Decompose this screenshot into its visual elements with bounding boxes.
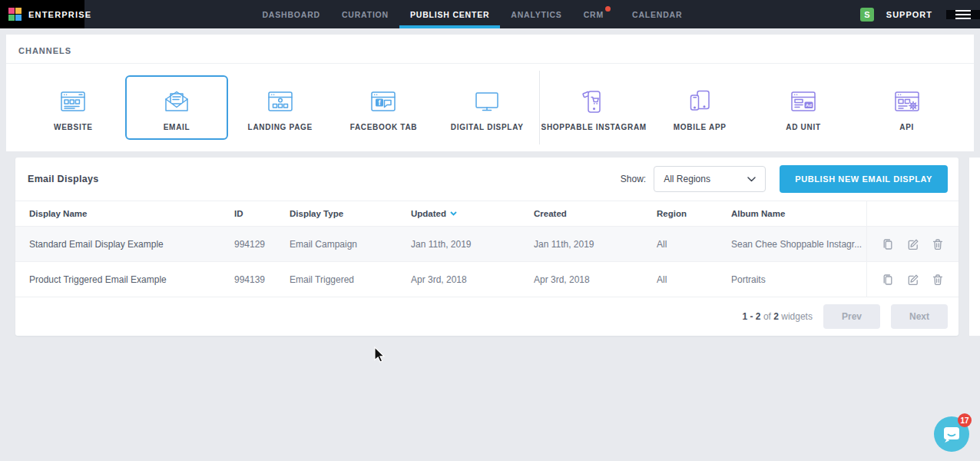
brand-logo[interactable]: ENTERPRISE [0, 0, 84, 28]
cell-display-type: Email Campaign [290, 239, 411, 250]
cell-created: Apr 3rd, 2018 [534, 274, 657, 285]
cell-region: All [657, 239, 731, 250]
duplicate-icon[interactable] [881, 273, 895, 287]
cell-display-name: Product Triggered Email Example [15, 274, 234, 285]
svg-text:Ad: Ad [806, 102, 812, 107]
mobile-app-icon [683, 85, 717, 118]
pagination-summary: 1 - 2 of 2 widgets [743, 311, 813, 322]
chat-launcher[interactable]: 17 [934, 416, 969, 452]
nav-item-curation[interactable]: CURATION [331, 0, 399, 28]
column-header-updated[interactable]: Updated [411, 209, 534, 218]
sort-desc-icon [450, 211, 457, 216]
mouse-cursor [371, 346, 386, 363]
duplicate-icon[interactable] [881, 237, 895, 251]
landing-page-icon [263, 85, 297, 118]
email-displays-panel: Email Displays Show: All Regions PUBLISH… [15, 158, 958, 336]
edit-icon[interactable] [906, 273, 920, 287]
show-label: Show: [621, 174, 646, 184]
digital-display-icon [470, 85, 504, 118]
channels-title: CHANNELS [6, 35, 974, 64]
nav-item-crm[interactable]: CRM [573, 0, 621, 28]
delete-icon[interactable] [931, 273, 945, 287]
user-avatar[interactable]: S [860, 8, 874, 22]
row-actions [866, 227, 958, 261]
cell-album-name: Portraits [731, 274, 866, 285]
nav-item-analytics[interactable]: ANALYTICS [500, 0, 572, 28]
channel-api[interactable]: API [855, 75, 958, 140]
channel-mobile-app[interactable]: MOBILE APP [648, 75, 752, 140]
cell-created: Jan 11th, 2019 [534, 239, 657, 250]
channels-row: WEBSITE EMAIL LANDING PAGE [6, 64, 974, 144]
cell-display-type: Email Triggered [290, 274, 411, 285]
hamburger-menu-icon[interactable] [946, 10, 980, 19]
api-icon [890, 85, 924, 118]
channels-panel: CHANNELS WEBSITE EMAIL [6, 35, 974, 151]
region-filter-value: All Regions [664, 174, 710, 184]
brand-name: ENTERPRISE [28, 10, 91, 19]
column-header-album-name: Album Name [731, 209, 866, 218]
table-row: Standard Email Display Example 994129 Em… [15, 227, 958, 262]
nav-right-group: S SUPPORT [860, 0, 980, 28]
top-nav: ENTERPRISE DASHBOARD CURATION PUBLISH CE… [0, 0, 980, 28]
ad-unit-icon: Ad [786, 85, 820, 118]
channel-facebook-tab[interactable]: f FACEBOOK TAB [332, 75, 435, 140]
crm-notification-dot [605, 6, 611, 12]
panel-title: Email Displays [28, 174, 98, 184]
edit-icon[interactable] [906, 237, 920, 251]
logo-tiles-icon [8, 8, 22, 21]
column-header-actions [866, 201, 958, 226]
cell-updated: Jan 11th, 2019 [411, 239, 534, 250]
support-link[interactable]: SUPPORT [886, 10, 932, 19]
channel-email[interactable]: EMAIL [125, 75, 229, 140]
email-icon [160, 85, 194, 118]
cell-updated: Apr 3rd, 2018 [411, 274, 534, 285]
nav-item-dashboard[interactable]: DASHBOARD [251, 0, 330, 28]
channel-website[interactable]: WEBSITE [22, 75, 125, 140]
row-actions [866, 262, 958, 297]
table-row: Product Triggered Email Example 994139 E… [15, 262, 958, 297]
nav-menu: DASHBOARD CURATION PUBLISH CENTER ANALYT… [84, 0, 860, 28]
panel-header-controls: Show: All Regions PUBLISH NEW EMAIL DISP… [621, 165, 948, 193]
channel-ad-unit[interactable]: Ad AD UNIT [752, 75, 856, 140]
table-header-row: Display Name ID Display Type Updated Cre… [15, 201, 958, 227]
region-filter-select[interactable]: All Regions [654, 166, 766, 192]
cell-display-name: Standard Email Display Example [15, 239, 234, 250]
channel-shoppable-instagram[interactable]: SHOPPABLE INSTAGRAM [540, 75, 648, 140]
nav-item-publish-center[interactable]: PUBLISH CENTER [399, 0, 500, 28]
next-page-button[interactable]: Next [891, 304, 948, 329]
prev-page-button[interactable]: Prev [823, 304, 880, 329]
column-header-region: Region [657, 209, 731, 218]
panel-header: Email Displays Show: All Regions PUBLISH… [15, 158, 958, 201]
cell-id: 994129 [234, 239, 290, 250]
column-header-created: Created [534, 209, 657, 218]
channel-landing-page[interactable]: LANDING PAGE [228, 75, 332, 140]
cell-region: All [657, 274, 731, 285]
nav-item-calendar[interactable]: CALENDAR [621, 0, 693, 28]
publish-new-email-display-button[interactable]: PUBLISH NEW EMAIL DISPLAY [780, 165, 948, 193]
shoppable-instagram-icon [577, 85, 611, 118]
column-header-display-name: Display Name [15, 209, 234, 218]
delete-icon[interactable] [931, 237, 945, 251]
pagination-bar: 1 - 2 of 2 widgets Prev Next [15, 297, 958, 336]
column-header-id: ID [234, 209, 290, 218]
facebook-tab-icon: f [366, 85, 400, 118]
chevron-down-icon [747, 177, 756, 182]
channel-digital-display[interactable]: DIGITAL DISPLAY [435, 75, 539, 140]
cell-album-name: Sean Chee Shoppable Instagr... [731, 239, 866, 250]
cell-id: 994139 [234, 274, 290, 285]
right-edge-panel [969, 158, 980, 336]
column-header-display-type: Display Type [290, 209, 411, 218]
website-icon [56, 85, 90, 118]
chat-unread-badge: 17 [958, 413, 972, 427]
